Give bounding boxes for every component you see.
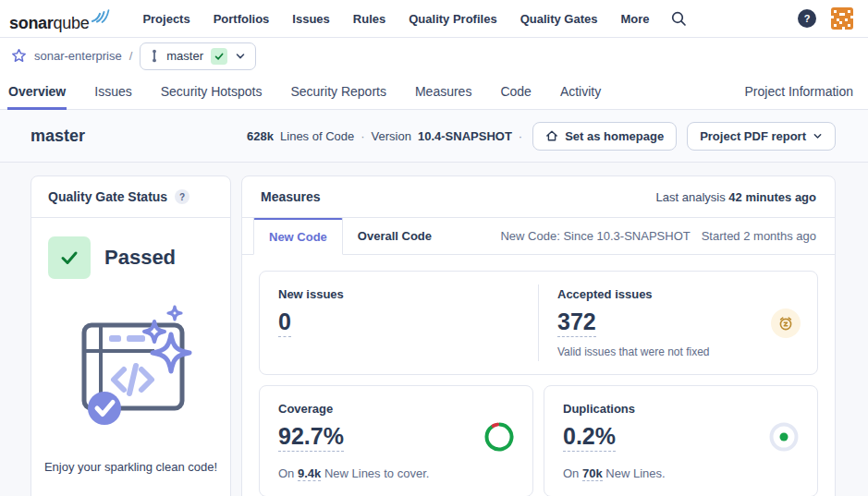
coverage-lines-link[interactable]: 9.4k [298, 466, 321, 481]
quality-gate-panel: Quality Gate Status ? Passed [31, 175, 231, 496]
clean-code-illustration [31, 299, 230, 436]
main-nav: Projects Portfolios Issues Rules Quality… [142, 12, 649, 26]
passed-check-icon [48, 236, 91, 279]
last-analysis: Last analysis 42 minutes ago [656, 190, 816, 204]
version-value: 10.4-SNAPSHOT [418, 129, 512, 143]
duplications-footnote: On 70k New Lines. [563, 466, 799, 480]
coverage-card: Coverage 92.7% On 9.4k New Lines to cove… [259, 385, 533, 496]
nav-item-quality-gates[interactable]: Quality Gates [520, 12, 598, 26]
home-icon [545, 129, 558, 142]
accepted-issues-value[interactable]: 372 [557, 308, 596, 337]
tab-new-code[interactable]: New Code [253, 218, 343, 255]
nav-item-portfolios[interactable]: Portfolios [214, 12, 270, 26]
nav-item-more[interactable]: More [620, 12, 649, 26]
coverage-footnote: On 9.4k New Lines to cover. [278, 466, 514, 480]
branch-meta: 628k Lines of Code · Version 10.4-SNAPSH… [247, 122, 836, 151]
help-icon[interactable]: ? [798, 9, 816, 28]
new-issues-label: New issues [278, 287, 520, 301]
accepted-snooze-icon [771, 308, 801, 338]
nav-item-quality-profiles[interactable]: Quality Profiles [409, 12, 496, 26]
nav-item-issues[interactable]: Issues [292, 12, 329, 26]
tab-security-reports[interactable]: Security Reports [289, 74, 386, 109]
measures-body: New issues 0 Accepted issues 372 Valid i… [242, 255, 835, 496]
last-analysis-value: 42 minutes ago [728, 190, 816, 204]
tab-measures[interactable]: Measures [414, 74, 472, 109]
tab-security-hotspots[interactable]: Security Hotspots [160, 74, 263, 109]
quality-gate-title: Quality Gate Status [48, 189, 167, 204]
branch-selector[interactable]: master [140, 42, 256, 70]
chevron-down-icon [813, 131, 823, 141]
meta-dot: · [519, 129, 522, 143]
new-issues-value[interactable]: 0 [278, 308, 291, 337]
measures-panel: Measures Last analysis 42 minutes ago Ne… [241, 175, 836, 496]
project-information-link[interactable]: Project Information [745, 84, 854, 99]
breadcrumb: sonar-enterprise / master [0, 38, 868, 74]
chevron-down-icon [235, 51, 246, 62]
duplications-lines-link[interactable]: 70k [582, 466, 603, 481]
lines-of-code-value: 628k [247, 129, 274, 143]
measures-title: Measures [261, 189, 321, 204]
logo-waves-icon [91, 6, 111, 24]
breadcrumb-separator: / [129, 49, 133, 63]
metrics-row: Coverage 92.7% On 9.4k New Lines to cove… [259, 385, 818, 496]
branch-icon [150, 49, 159, 63]
tab-activity[interactable]: Activity [559, 74, 602, 109]
tab-issues[interactable]: Issues [93, 74, 132, 109]
quality-gate-help-icon[interactable]: ? [175, 189, 189, 204]
set-as-homepage-button[interactable]: Set as homepage [532, 122, 677, 151]
code-scope-tabs: New Code Overall Code New Code: Since 10… [242, 218, 835, 255]
sonarqube-logo[interactable]: sonarqube [9, 6, 111, 31]
tab-overview[interactable]: Overview [7, 74, 67, 109]
measures-header: Measures Last analysis 42 minutes ago [242, 176, 835, 217]
nav-item-projects[interactable]: Projects [142, 12, 189, 26]
branch-quality-gate-passed-icon [211, 48, 227, 65]
duplications-indicator-icon [768, 421, 800, 453]
period-since: New Code: Since 10.3-SNAPSHOT [500, 229, 690, 243]
version-label: Version [372, 129, 411, 143]
duplications-label: Duplications [563, 402, 799, 416]
clean-code-caption: Enjoy your sparkling clean code! [31, 460, 230, 474]
logo-text: sonarqube [9, 15, 89, 31]
quality-gate-status-label: Passed [104, 246, 176, 270]
accepted-issues-section: Accepted issues 372 Valid issues that we… [539, 272, 817, 374]
favorite-star-icon[interactable] [11, 48, 27, 64]
branch-name: master [166, 49, 203, 63]
duplications-value[interactable]: 0.2% [563, 423, 616, 452]
lines-of-code-label: Lines of Code [280, 129, 354, 143]
search-icon[interactable] [670, 10, 687, 27]
new-issues-section: New issues 0 [260, 272, 538, 374]
accepted-issues-label: Accepted issues [557, 287, 799, 301]
coverage-label: Coverage [278, 402, 514, 416]
coverage-value[interactable]: 92.7% [278, 423, 344, 452]
issues-card: New issues 0 Accepted issues 372 Valid i… [259, 271, 818, 375]
breadcrumb-project[interactable]: sonar-enterprise [34, 49, 122, 63]
period-started: Started 2 months ago [702, 229, 816, 243]
duplications-card: Duplications 0.2% On 70k New Lines. [544, 385, 818, 496]
project-tab-bar: Overview Issues Security Hotspots Securi… [0, 74, 868, 110]
topnav-right: ? [798, 7, 853, 30]
overview-content: Quality Gate Status ? Passed [0, 163, 868, 496]
meta-dot: · [361, 129, 364, 143]
quality-gate-status: Passed [31, 218, 230, 297]
project-pdf-report-button[interactable]: Project PDF report [687, 122, 836, 151]
coverage-donut-chart [483, 421, 515, 453]
page-title: master [31, 127, 85, 146]
top-navigation: sonarqube Projects Portfolios Issues Rul… [0, 0, 868, 38]
new-code-period: New Code: Since 10.3-SNAPSHOT Started 2 … [500, 218, 816, 254]
quality-gate-header: Quality Gate Status ? [31, 176, 230, 217]
nav-item-rules[interactable]: Rules [353, 12, 385, 26]
tab-overall-code[interactable]: Overall Code [343, 218, 446, 254]
user-avatar[interactable] [831, 7, 853, 30]
branch-header: master 628k Lines of Code · Version 10.4… [0, 110, 868, 163]
accepted-issues-description: Valid issues that were not fixed [557, 345, 799, 358]
tab-code[interactable]: Code [499, 74, 532, 109]
